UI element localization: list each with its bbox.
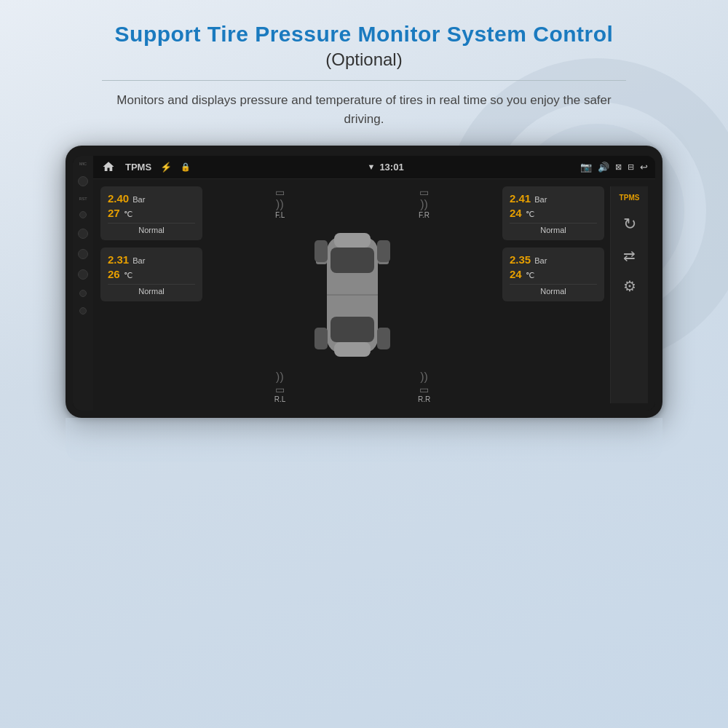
tire-rl-temperature: 26 xyxy=(108,268,120,280)
lock-icon: 🔒 xyxy=(181,162,191,172)
screen-icon[interactable]: ⊠ xyxy=(615,162,622,172)
tire-fl-temp-unit: ℃ xyxy=(124,210,132,219)
volume-icon[interactable]: 🔊 xyxy=(598,162,609,173)
tire-fr-status: Normal xyxy=(510,223,597,234)
fr-label: F.R xyxy=(419,211,430,219)
left-btn-vol-up[interactable] xyxy=(79,290,87,297)
tpms-sidebar-label: TPMS xyxy=(620,194,640,202)
tire-rl-pressure-row: 2.31 Bar xyxy=(108,253,195,266)
page-subtitle: (Optional) xyxy=(325,50,402,70)
tire-icon-fl: ▭ xyxy=(275,186,285,198)
physical-left-sidebar: MIC RST xyxy=(73,156,93,411)
signal-waves-fr: )) xyxy=(420,198,428,211)
tpms-center-column: ▭ (( F.L ▭ )) F.R xyxy=(208,186,496,403)
tire-rl-pressure-unit: Bar xyxy=(132,256,145,265)
left-btn-rst[interactable] xyxy=(79,211,87,218)
back-nav-icon[interactable]: ↩ xyxy=(640,162,648,173)
tire-fr-pressure: 2.41 xyxy=(510,192,531,205)
tire-rr-temp-unit: ℃ xyxy=(526,271,534,280)
status-center-icons: ▼ 13:01 xyxy=(367,162,403,173)
tire-rl-pressure: 2.31 xyxy=(108,253,129,266)
tire-fl-status: Normal xyxy=(108,223,195,234)
svg-rect-9 xyxy=(377,240,390,262)
tire-fr-temp-unit: ℃ xyxy=(526,210,534,219)
svg-rect-8 xyxy=(314,240,328,262)
tire-rr-pressure-row: 2.35 Bar xyxy=(510,253,597,266)
left-btn-mic[interactable] xyxy=(78,176,88,186)
car-svg xyxy=(309,222,396,368)
usb-icon: ⚡ xyxy=(160,162,172,173)
rst-label: RST xyxy=(79,197,87,201)
page-title: Support Tire Pressure Monitor System Con… xyxy=(115,22,614,47)
status-left: TPMS ⚡ 🔒 xyxy=(100,159,191,175)
mic-label: MIC xyxy=(79,162,87,166)
tire-fl-temp-row: 27 ℃ xyxy=(108,207,195,219)
fl-label: F.L xyxy=(275,211,285,219)
tire-rr-temp-row: 24 ℃ xyxy=(510,268,597,280)
tpms-left-column: 2.40 Bar 27 ℃ Normal 2 xyxy=(100,186,202,403)
tire-fr-pressure-unit: Bar xyxy=(534,195,547,204)
tire-fr-temp-row: 24 ℃ xyxy=(510,207,597,219)
left-btn-power[interactable] xyxy=(78,229,88,239)
tire-rl-status: Normal xyxy=(108,284,195,296)
signal-waves-rr: )) xyxy=(420,371,428,384)
left-btn-home[interactable] xyxy=(78,249,88,259)
wifi-icon: ▼ xyxy=(367,162,375,171)
device-reflection xyxy=(66,418,662,462)
rr-signal-area: )) ▭ R.R xyxy=(418,371,430,403)
tire-fr-temperature: 24 xyxy=(510,207,522,219)
svg-rect-10 xyxy=(314,328,328,349)
car-top-view xyxy=(309,222,396,368)
window-icon[interactable]: ⊟ xyxy=(628,162,634,172)
fl-signal-area: ▭ (( F.L xyxy=(275,186,285,219)
status-time: 13:01 xyxy=(379,162,403,173)
tire-fl-pressure: 2.40 xyxy=(108,192,129,205)
tpms-refresh-icon[interactable]: ↻ xyxy=(623,215,636,234)
tpms-sidebar: TPMS ↻ ⇄ ⚙ xyxy=(610,186,648,403)
status-bar: TPMS ⚡ 🔒 ▼ 13:01 📷 🔊 ⊠ ⊟ ↩ xyxy=(93,156,655,179)
rr-label: R.R xyxy=(418,395,430,403)
tpms-settings-icon[interactable]: ⚙ xyxy=(623,277,636,295)
home-icon[interactable] xyxy=(100,159,116,175)
rl-signal-area: (( ▭ R.L xyxy=(274,371,286,403)
status-right-icons: 📷 🔊 ⊠ ⊟ ↩ xyxy=(580,162,648,173)
tpms-content: 2.40 Bar 27 ℃ Normal 2 xyxy=(93,179,655,411)
svg-rect-1 xyxy=(331,248,374,273)
tire-rr-pressure-unit: Bar xyxy=(534,256,547,265)
tire-icon-fr: ▭ xyxy=(419,186,429,198)
camera-icon[interactable]: 📷 xyxy=(580,162,592,173)
tire-card-fl: 2.40 Bar 27 ℃ Normal xyxy=(100,186,202,240)
svg-rect-11 xyxy=(377,328,390,349)
tire-card-rl: 2.31 Bar 26 ℃ Normal xyxy=(100,248,202,301)
left-btn-vol-down[interactable] xyxy=(79,307,87,314)
tire-rr-temperature: 24 xyxy=(510,268,522,280)
tire-fl-temperature: 27 xyxy=(108,207,120,219)
tire-fr-pressure-row: 2.41 Bar xyxy=(510,192,597,205)
tire-card-fr: 2.41 Bar 24 ℃ Normal xyxy=(502,186,604,240)
tire-fl-pressure-row: 2.40 Bar xyxy=(108,192,195,205)
content-wrapper: Support Tire Pressure Monitor System Con… xyxy=(0,0,728,469)
tire-rl-temp-unit: ℃ xyxy=(124,271,132,280)
car-head-unit: MIC RST TPM xyxy=(66,146,662,418)
rl-label: R.L xyxy=(274,395,286,403)
screen-main: TPMS ⚡ 🔒 ▼ 13:01 📷 🔊 ⊠ ⊟ ↩ xyxy=(93,156,655,411)
divider xyxy=(102,80,626,81)
page-description: Monitors and displays pressure and tempe… xyxy=(116,91,612,130)
tire-fl-pressure-unit: Bar xyxy=(132,195,145,204)
tire-icon-rl: ▭ xyxy=(275,384,285,395)
device-screen: MIC RST TPM xyxy=(73,156,655,411)
svg-rect-2 xyxy=(331,317,374,342)
tire-rl-temp-row: 26 ℃ xyxy=(108,268,195,280)
tire-rr-status: Normal xyxy=(510,284,597,296)
svg-rect-4 xyxy=(334,342,371,357)
signal-waves-rl: (( xyxy=(276,371,284,384)
tpms-right-column: 2.41 Bar 24 ℃ Normal 2 xyxy=(502,186,604,403)
tire-icon-rr: ▭ xyxy=(419,384,429,395)
tpms-transfer-icon[interactable]: ⇄ xyxy=(623,247,636,264)
left-btn-back[interactable] xyxy=(78,269,88,280)
fr-signal-area: ▭ )) F.R xyxy=(419,186,430,219)
tire-card-rr: 2.35 Bar 24 ℃ Normal xyxy=(502,248,604,301)
status-title: TPMS xyxy=(125,162,151,173)
svg-rect-3 xyxy=(334,233,371,248)
tire-rr-pressure: 2.35 xyxy=(510,253,531,266)
